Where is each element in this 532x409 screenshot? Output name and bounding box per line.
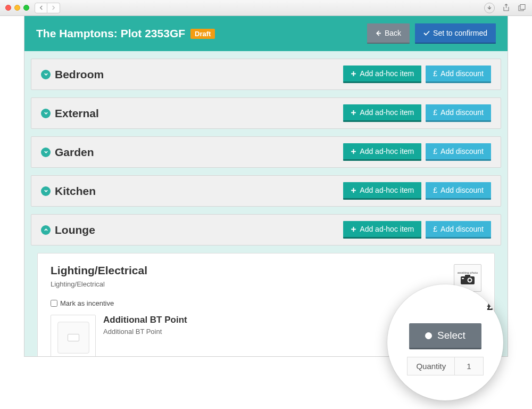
chrome-left [5,3,60,13]
plus-icon [351,226,356,232]
section-buttons: Add ad-hoc item £ Add discount [343,182,491,200]
add-discount-button[interactable]: £ Add discount [426,143,491,161]
camera-icon [460,274,475,285]
add-discount-button[interactable]: £ Add discount [426,182,491,200]
add-adhoc-button[interactable]: Add ad-hoc item [343,143,421,161]
section-label: Garden [55,146,94,159]
svg-rect-1 [520,5,525,10]
btn-label: Add ad-hoc item [360,108,414,117]
section-kitchen[interactable]: Kitchen Add ad-hoc item £ Add discount [31,175,501,207]
close-window-button[interactable] [5,5,11,11]
section-label: Kitchen [55,185,96,198]
tabs-icon[interactable] [517,3,527,13]
item-thumbnail [51,315,96,357]
select-label: Select [437,330,466,341]
section-garden[interactable]: Garden Add ad-hoc item £ Add discount [31,136,501,168]
btn-label: Add discount [440,108,484,117]
page-title-group: The Hamptons: Plot 2353GF Draft [36,27,215,40]
back-button[interactable]: Back [367,23,410,44]
quantity-row: Quantity 1 [407,357,483,375]
traffic-lights [5,5,29,11]
quantity-value[interactable]: 1 [455,357,483,375]
confirm-button[interactable]: Set to confirmed [415,23,496,44]
pound-icon: £ [433,225,437,233]
section-buttons: Add ad-hoc item £ Add discount [343,143,491,161]
confirm-button-label: Set to confirmed [433,29,487,37]
chevron-down-icon [41,70,51,79]
section-title: Lounge [41,224,95,236]
header-actions: Back Set to confirmed [367,23,496,44]
add-adhoc-button[interactable]: Add ad-hoc item [343,221,421,239]
panel-subtitle: Lighting/Electrical [51,280,147,288]
minimize-window-button[interactable] [14,5,20,11]
btn-label: Add discount [440,186,484,194]
chrome-right [484,3,527,13]
panel-title: Lighting/Electrical [51,264,147,277]
panel-header: Lighting/Electrical Lighting/Electrical … [51,264,481,292]
section-label: Lounge [55,224,95,236]
section-lounge[interactable]: Lounge Add ad-hoc item £ Add discount [31,214,501,246]
page-header: The Hamptons: Plot 2353GF Draft Back Set… [24,16,508,51]
btn-label: Add discount [440,147,484,156]
add-adhoc-button[interactable]: Add ad-hoc item [343,66,421,83]
chevron-down-icon [41,109,51,118]
select-button[interactable]: Select [409,323,481,349]
btn-label: Add discount [440,69,484,78]
zoom-bubble: £9 Select Quantity 1 [387,284,503,400]
section-bedroom[interactable]: Bedroom Add ad-hoc item £ Add discount [31,59,501,90]
chevron-down-icon [41,148,51,157]
panel-title-group: Lighting/Electrical Lighting/Electrical [51,264,147,288]
add-discount-button[interactable]: £ Add discount [426,66,491,83]
pound-icon: £ [433,186,437,194]
pound-icon: £ [433,108,437,117]
chevron-up-icon [41,225,51,235]
incentive-label: Mark as incentive [60,299,114,307]
chevron-down-icon [41,186,51,196]
incentive-option[interactable]: Mark as incentive [51,299,114,307]
btn-label: Add discount [440,225,484,233]
pound-icon: £ [433,69,437,78]
check-icon [423,30,430,36]
btn-label: Add ad-hoc item [360,225,414,233]
status-badge: Draft [190,29,215,39]
btn-label: Add ad-hoc item [360,186,414,194]
forward-nav-button[interactable] [47,3,60,13]
section-buttons: Add ad-hoc item £ Add discount [343,66,491,83]
back-button-label: Back [385,29,401,37]
add-adhoc-button[interactable]: Add ad-hoc item [343,182,421,200]
radio-icon [425,332,432,339]
section-buttons: Add ad-hoc item £ Add discount [343,104,491,122]
section-external[interactable]: External Add ad-hoc item £ Add discount [31,97,501,129]
section-title: Kitchen [41,185,96,198]
section-buttons: Add ad-hoc item £ Add discount [343,221,491,239]
incentive-checkbox[interactable] [51,300,57,307]
svg-rect-6 [462,278,464,279]
plus-icon [351,71,356,77]
section-title: Bedroom [41,68,104,81]
download-icon[interactable] [484,3,495,13]
plus-icon [351,187,356,193]
svg-point-5 [469,279,471,282]
add-discount-button[interactable]: £ Add discount [426,104,491,122]
share-icon[interactable] [501,3,511,13]
btn-label: Add ad-hoc item [360,69,414,78]
section-label: External [55,107,99,120]
section-title: Garden [41,146,94,159]
quantity-label: Quantity [408,357,455,375]
add-adhoc-button[interactable]: Add ad-hoc item [343,104,421,122]
section-title: External [41,107,99,120]
plus-icon [351,110,356,116]
pound-icon: £ [433,147,437,156]
add-discount-button[interactable]: £ Add discount [426,221,491,239]
svg-rect-3 [465,275,470,277]
arrow-left-icon [376,30,381,36]
plus-icon [351,149,356,154]
browser-chrome [0,0,532,16]
section-label: Bedroom [55,68,104,81]
maximize-window-button[interactable] [23,5,29,11]
btn-label: Add ad-hoc item [360,147,414,156]
page-title: The Hamptons: Plot 2353GF [36,27,185,40]
nav-arrows [35,3,60,13]
socket-icon [57,322,89,354]
back-nav-button[interactable] [35,3,47,13]
